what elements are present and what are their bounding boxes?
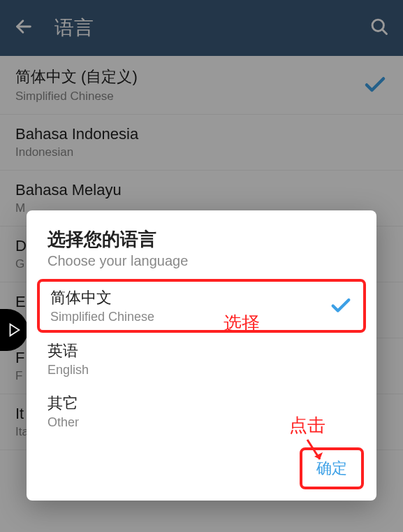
dialog-option-english-label: English <box>47 363 89 378</box>
dialog-option-other[interactable]: 其它 Other <box>27 385 376 438</box>
confirm-button[interactable]: 确定 <box>300 447 364 489</box>
svg-marker-3 <box>10 324 20 336</box>
dialog-option-native-label: 其它 <box>47 393 79 414</box>
dialog-title: 选择您的语言 <box>47 227 356 252</box>
language-dialog: 选择您的语言 Choose your language 简体中文 Simplif… <box>27 210 376 501</box>
dialog-subtitle: Choose your language <box>47 253 356 269</box>
dialog-option-english[interactable]: 英语 English <box>27 333 376 385</box>
dialog-option-simplified-chinese[interactable]: 简体中文 Simplified Chinese <box>37 279 366 333</box>
check-icon <box>329 293 353 319</box>
dialog-option-native-label: 英语 <box>47 340 89 361</box>
dialog-option-english-label: Other <box>47 415 79 430</box>
dialog-option-native-label: 简体中文 <box>50 287 154 308</box>
dialog-option-english-label: Simplified Chinese <box>50 310 154 324</box>
